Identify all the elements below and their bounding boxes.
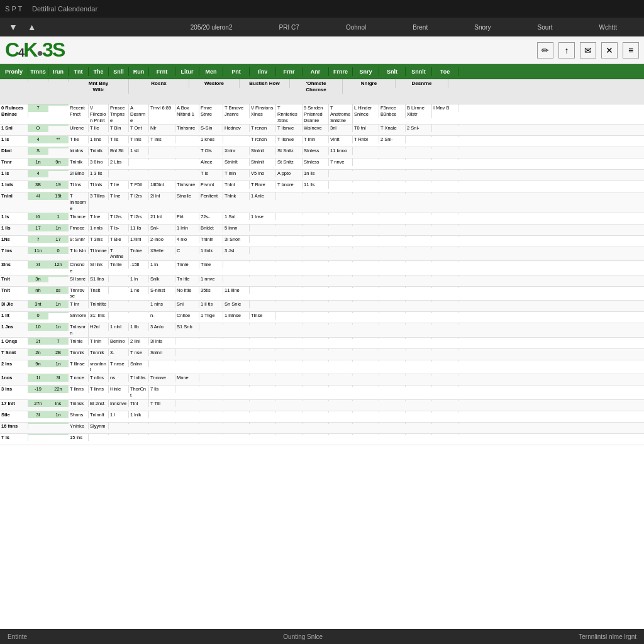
- cell-r9-c2[interactable]: 1n: [48, 225, 69, 232]
- cell-r8-c3[interactable]: Tlnnrce: [69, 213, 89, 221]
- cell-r19-c7[interactable]: Snlnn: [149, 349, 175, 357]
- cell-r26-c10[interactable]: [223, 434, 250, 435]
- col-header-0[interactable]: Pronly: [0, 67, 28, 76]
- cell-r3-c9[interactable]: T Ols: [199, 147, 223, 155]
- cell-r5-c7[interactable]: [149, 170, 175, 171]
- cell-r4-c9[interactable]: Alnce: [199, 158, 223, 166]
- cell-r1-c12[interactable]: T Ilsnve: [276, 125, 303, 132]
- cell-r13-c2[interactable]: [48, 275, 69, 277]
- cell-r25-c12[interactable]: [276, 423, 303, 424]
- cell-r23-c8[interactable]: [175, 400, 199, 401]
- cell-r0-c14[interactable]: T Anstrome Snlstne: [329, 104, 353, 124]
- cell-r19-c15[interactable]: [353, 349, 379, 350]
- cell-r16-c14[interactable]: [329, 312, 353, 313]
- cell-r8-c6[interactable]: T l2rs: [129, 213, 149, 221]
- cell-r16-c5[interactable]: [109, 312, 129, 313]
- cell-r14-c0[interactable]: Tnlt: [0, 287, 28, 294]
- cell-r24-c13[interactable]: [303, 411, 329, 413]
- cell-r22-c15[interactable]: [353, 386, 379, 387]
- col-header-2[interactable]: Irun: [48, 67, 69, 76]
- cell-r13-c0[interactable]: Tnlt: [0, 275, 28, 283]
- cell-r23-c16[interactable]: [379, 400, 406, 401]
- cell-r6-c18[interactable]: [432, 181, 458, 182]
- cell-r9-c16[interactable]: [379, 225, 406, 226]
- cell-r0-c3[interactable]: Recent Frnct: [69, 104, 89, 118]
- cell-r24-c15[interactable]: [353, 411, 379, 413]
- cell-r2-c12[interactable]: T Ilsnve: [276, 136, 303, 143]
- cell-r7-c3[interactable]: T lnlnsome: [69, 192, 89, 212]
- cell-r1-c10[interactable]: Hednov: [223, 125, 250, 132]
- cell-r22-c16[interactable]: [379, 386, 406, 387]
- cell-r16-c15[interactable]: [353, 312, 379, 313]
- cell-r9-c18[interactable]: [432, 225, 458, 226]
- cell-r14-c13[interactable]: [303, 287, 329, 288]
- cell-r5-c15[interactable]: [353, 170, 379, 171]
- cell-r4-c7[interactable]: [149, 158, 175, 160]
- cell-r12-c6[interactable]: -15ll: [129, 261, 149, 269]
- cell-r7-c13[interactable]: [303, 192, 329, 194]
- cell-r11-c10[interactable]: 3 Jsl: [223, 247, 250, 255]
- cell-r13-c14[interactable]: [329, 275, 353, 277]
- cell-r19-c1[interactable]: 2n: [28, 349, 48, 357]
- cell-r12-c7[interactable]: 1 ln: [149, 261, 175, 269]
- cell-r19-c12[interactable]: [276, 349, 303, 350]
- cell-r1-c4[interactable]: T Ile: [89, 125, 109, 132]
- cell-r7-c5[interactable]: T lne: [109, 192, 129, 200]
- cell-r25-c15[interactable]: [353, 423, 379, 424]
- cell-r10-c12[interactable]: [276, 236, 303, 237]
- cell-r10-c16[interactable]: [379, 236, 406, 237]
- cell-r1-c5[interactable]: T Bln: [109, 125, 129, 132]
- cell-r2-c6[interactable]: T lnls: [129, 136, 149, 143]
- cell-r25-c9[interactable]: [199, 423, 223, 424]
- cell-r7-c4[interactable]: 3 Tlllns: [89, 192, 109, 200]
- cell-r1-c0[interactable]: 1 Snl: [0, 125, 28, 132]
- cell-r16-c13[interactable]: [303, 312, 329, 313]
- cell-r25-c17[interactable]: [406, 423, 432, 424]
- cell-r24-c14[interactable]: [329, 411, 353, 413]
- cell-r26-c11[interactable]: [250, 434, 276, 435]
- cell-r0-c10[interactable]: T Brnove Jnsnre: [223, 104, 250, 118]
- cell-r23-c17[interactable]: [406, 400, 432, 401]
- cell-r18-c16[interactable]: [379, 338, 406, 339]
- cell-r22-c11[interactable]: [250, 386, 276, 387]
- cell-r24-c4[interactable]: Tnlnnlt: [89, 411, 109, 419]
- cell-r22-c6[interactable]: ThorCnt: [129, 386, 149, 399]
- cell-r4-c6[interactable]: [129, 158, 149, 160]
- cell-r4-c18[interactable]: [432, 158, 458, 160]
- cell-r16-c2[interactable]: [48, 312, 69, 313]
- cell-r25-c1[interactable]: [28, 423, 48, 424]
- cell-r9-c14[interactable]: [329, 225, 353, 226]
- cell-r6-c3[interactable]: Tl lns: [69, 181, 89, 189]
- cell-r11-c3[interactable]: T lo lsln: [69, 247, 89, 255]
- cell-r24-c3[interactable]: Shnns: [69, 411, 89, 419]
- cell-r19-c4[interactable]: Tnnnlk: [89, 349, 109, 357]
- cell-r25-c3[interactable]: Ynlnke: [69, 423, 89, 430]
- cell-r10-c10[interactable]: 3l Snon: [223, 236, 250, 243]
- cell-r26-c9[interactable]: [199, 434, 223, 435]
- cell-r13-c18[interactable]: [432, 275, 458, 277]
- cell-r13-c16[interactable]: [379, 275, 406, 277]
- cell-r6-c1[interactable]: 3B: [28, 181, 48, 189]
- cell-r0-c0[interactable]: 0 Rulnces Bnlnse: [0, 104, 28, 118]
- cell-r1-c9[interactable]: S-Sln: [199, 125, 223, 132]
- cell-r16-c10[interactable]: 1 lnlnse: [223, 312, 250, 319]
- cell-r4-c5[interactable]: 2 Lbs: [109, 158, 129, 166]
- col-header-16[interactable]: Snlt: [379, 67, 406, 76]
- cell-r15-c0[interactable]: 3l Jle: [0, 301, 28, 308]
- cell-r9-c9[interactable]: Bnldct: [199, 225, 223, 232]
- cell-r10-c0[interactable]: 1Ns: [0, 236, 28, 243]
- cell-r9-c13[interactable]: [303, 225, 329, 226]
- cell-r1-c7[interactable]: Nlr: [149, 125, 175, 132]
- cell-r6-c12[interactable]: T bnore: [276, 181, 303, 189]
- cell-r4-c10[interactable]: Stnlnlt: [223, 158, 250, 166]
- cell-r15-c10[interactable]: Sn Snle: [223, 301, 250, 308]
- cell-r18-c10[interactable]: [223, 338, 250, 339]
- cell-r14-c16[interactable]: [379, 287, 406, 288]
- cell-r8-c18[interactable]: [432, 213, 458, 214]
- cell-r12-c11[interactable]: [250, 261, 276, 262]
- cell-r10-c1[interactable]: 7: [28, 236, 48, 243]
- cell-r24-c18[interactable]: [432, 411, 458, 413]
- cell-r12-c15[interactable]: [353, 261, 379, 262]
- col-header-18[interactable]: Toe: [432, 67, 458, 76]
- cell-r15-c8[interactable]: Snl: [175, 301, 199, 308]
